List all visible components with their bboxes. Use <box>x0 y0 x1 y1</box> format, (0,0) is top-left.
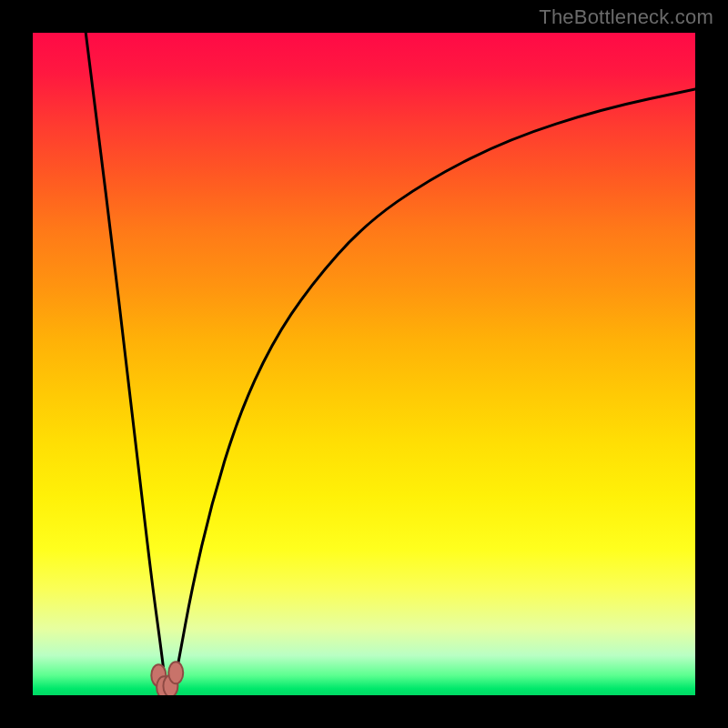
watermark-text: TheBottleneck.com <box>539 5 713 29</box>
curve-right-branch <box>172 89 695 695</box>
chart-frame: TheBottleneck.com <box>0 0 728 728</box>
plot-area <box>33 33 695 695</box>
minimum-marker-cluster <box>151 662 183 695</box>
chart-svg <box>33 33 695 695</box>
curve-left-branch <box>86 33 167 695</box>
marker-point <box>168 662 183 683</box>
